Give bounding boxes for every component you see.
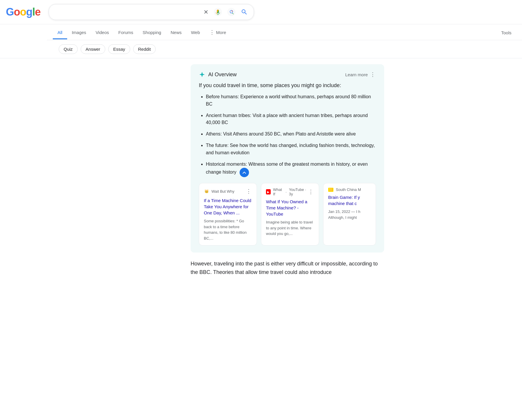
mic-icon — [214, 8, 222, 16]
chevron-up-icon — [242, 170, 247, 175]
google-logo[interactable]: Google — [6, 6, 40, 18]
ai-overview: AI Overview Learn more ⋮ If you could tr… — [191, 64, 384, 253]
card-1-favicon: 👑 — [204, 189, 209, 194]
nav-item-shopping[interactable]: Shopping — [138, 26, 166, 39]
nav-tools[interactable]: Tools — [496, 27, 516, 39]
ai-menu-icon: ⋮ — [370, 71, 376, 78]
header: Google time machine where would you go ✕ — [0, 0, 522, 24]
card-2-favicon: ▶ — [266, 189, 271, 194]
ai-overview-intro: If you could travel in time, some places… — [199, 82, 376, 89]
card-3-snippet: Jan 15, 2022 — I h Although, I might — [328, 209, 371, 220]
card-1-header: 👑 Wait But Why ⋮ — [204, 187, 252, 195]
search-bar: time machine where would you go ✕ — [49, 4, 254, 20]
bottom-text: However, traveling into the past is eith… — [191, 260, 384, 277]
search-submit-button[interactable] — [240, 7, 249, 17]
card-2-source: ▶ What If · YouTube · 3y — [266, 187, 308, 196]
nav-item-more[interactable]: ⋮ More — [205, 26, 231, 40]
nav-item-news[interactable]: News — [166, 26, 187, 39]
clear-button[interactable]: ✕ — [202, 7, 210, 17]
ai-overview-title: AI Overview — [208, 72, 237, 78]
nav-item-all[interactable]: All — [53, 26, 67, 39]
source-card-2[interactable]: ▶ What If · YouTube · 3y ⋮ What If You O… — [261, 183, 319, 245]
card-3-title: Brain Game: If y machine that c — [328, 194, 371, 206]
chip-essay[interactable]: Essay — [108, 44, 130, 54]
ai-overview-header: AI Overview Learn more ⋮ — [199, 71, 376, 78]
voice-search-button[interactable] — [213, 7, 223, 17]
nav-item-videos[interactable]: Videos — [91, 26, 114, 39]
filter-row: Quiz Answer Essay Reddit — [0, 40, 522, 58]
card-1-source: 👑 Wait But Why — [204, 189, 234, 194]
ai-list-item: Historical moments: Witness some of the … — [206, 161, 376, 177]
chip-reddit[interactable]: Reddit — [133, 44, 156, 54]
ai-list-item: Athens: Visit Athens around 350 BC, when… — [206, 131, 376, 138]
card-2-snippet: Imagine being able to travel to any poin… — [266, 219, 314, 237]
nav-item-web[interactable]: Web — [186, 26, 205, 39]
ai-list-item: Ancient human tribes: Visit a place with… — [206, 112, 376, 127]
three-dots-icon: ⋮ — [209, 29, 215, 35]
card-1-menu[interactable]: ⋮ — [245, 187, 252, 195]
ai-overview-list: Before humans: Experience a world withou… — [199, 93, 376, 177]
svg-point-3 — [232, 11, 233, 12]
lens-search-button[interactable] — [226, 7, 237, 17]
ai-title-row: AI Overview — [199, 71, 237, 78]
chip-quiz[interactable]: Quiz — [59, 44, 78, 54]
collapse-button[interactable] — [240, 168, 249, 177]
card-2-title: What If You Owned a Time Machine? - YouT… — [266, 199, 314, 217]
search-input[interactable]: time machine where would you go — [54, 9, 199, 15]
clear-icon: ✕ — [204, 9, 209, 16]
ai-list-item: Before humans: Experience a world withou… — [206, 93, 376, 108]
source-card-1[interactable]: 👑 Wait But Why ⋮ If a Time Machine Could… — [199, 183, 257, 245]
lens-icon — [227, 8, 235, 16]
ai-diamond-icon — [199, 71, 205, 78]
main-content: AI Overview Learn more ⋮ If you could tr… — [132, 58, 390, 282]
card-2-menu[interactable]: ⋮ — [308, 188, 314, 196]
source-cards: 👑 Wait But Why ⋮ If a Time Machine Could… — [199, 183, 376, 245]
nav-bar: All Images Videos Forums Shopping News W… — [47, 24, 522, 40]
svg-rect-1 — [227, 8, 235, 16]
card-3-header: 🟨 South China M — [328, 187, 371, 192]
nav-item-images[interactable]: Images — [67, 26, 91, 39]
card-2-header: ▶ What If · YouTube · 3y ⋮ — [266, 187, 314, 196]
chip-answer[interactable]: Answer — [81, 44, 105, 54]
card-3-source: 🟨 South China M — [328, 187, 361, 192]
ai-list-item: The future: See how the world has change… — [206, 142, 376, 157]
nav-item-forums[interactable]: Forums — [113, 26, 138, 39]
card-3-favicon: 🟨 — [328, 188, 333, 192]
search-icons: ✕ — [202, 7, 249, 17]
card-1-snippet: Some possibilities: * Go back to a time … — [204, 218, 252, 241]
source-card-3[interactable]: 🟨 South China M Brain Game: If y machine… — [323, 183, 376, 245]
search-submit-icon — [241, 9, 248, 16]
card-1-title: If a Time Machine Could Take You Anywher… — [204, 197, 252, 216]
ai-learn-more[interactable]: Learn more ⋮ — [345, 71, 376, 78]
